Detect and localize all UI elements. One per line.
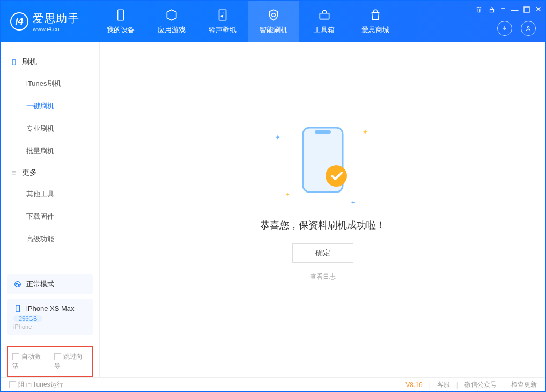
divider: | xyxy=(429,381,431,389)
device-box[interactable]: iPhone XS Max 256GB iPhone xyxy=(7,299,93,335)
checkbox-block-itunes[interactable]: 阻止iTunes运行 xyxy=(9,380,63,389)
svg-rect-6 xyxy=(12,60,16,65)
options-highlight-box: 自动激活 跳过向导 xyxy=(7,346,93,377)
device-icon xyxy=(10,58,18,66)
menu-icon[interactable]: ≡ xyxy=(501,5,505,14)
sidebar-item-batch-flash[interactable]: 批量刷机 xyxy=(1,140,99,162)
maximize-button[interactable] xyxy=(523,6,530,13)
tab-label: 智能刷机 xyxy=(260,25,287,35)
svg-point-9 xyxy=(18,284,20,286)
music-file-icon xyxy=(216,8,230,22)
phone-icon xyxy=(114,8,128,22)
lock-icon[interactable] xyxy=(488,6,496,13)
footer-link-wechat[interactable]: 微信公众号 xyxy=(464,380,497,389)
body-area: 刷机 iTunes刷机 一键刷机 专业刷机 批量刷机 更多 其他工具 下载固件 … xyxy=(1,42,545,377)
svg-rect-0 xyxy=(117,10,123,20)
header-right-icons xyxy=(497,21,536,36)
cube-icon xyxy=(165,8,179,22)
sidebar-item-download-firmware[interactable]: 下载固件 xyxy=(1,205,99,228)
version-label: V8.16 xyxy=(405,381,422,389)
close-button[interactable]: × xyxy=(535,4,541,15)
tab-smart-flash[interactable]: 智能刷机 xyxy=(248,1,299,42)
svg-point-7 xyxy=(15,282,21,287)
status-bar: 阻止iTunes运行 V8.16 | 客服 | 微信公众号 | 检查更新 xyxy=(1,377,545,392)
sparkle-icon: ✦ xyxy=(275,133,281,142)
checkbox-auto-activate[interactable]: 自动激活 xyxy=(12,352,46,371)
app-name-en: www.i4.cn xyxy=(33,26,80,32)
tab-label: 应用游戏 xyxy=(158,25,186,35)
svg-rect-3 xyxy=(490,9,494,12)
sidebar-section-flash: 刷机 xyxy=(1,52,99,72)
svg-rect-4 xyxy=(524,7,529,12)
title-bar: i4 爱思助手 www.i4.cn 我的设备 应用游戏 铃声壁纸 智能刷机 工具… xyxy=(1,1,545,42)
success-message: 恭喜您，保资料刷机成功啦！ xyxy=(260,219,386,232)
sparkle-icon: ✦ xyxy=(351,199,355,205)
phone-success-icon xyxy=(299,125,347,195)
sidebar-section-more: 更多 xyxy=(1,162,99,183)
tab-label: 我的设备 xyxy=(107,25,135,35)
app-logo-icon: i4 xyxy=(10,12,28,31)
download-button[interactable] xyxy=(497,21,512,36)
user-button[interactable] xyxy=(521,21,536,36)
shirt-icon[interactable] xyxy=(475,6,483,13)
sidebar-item-oneclick-flash[interactable]: 一键刷机 xyxy=(1,95,99,117)
mode-box[interactable]: 正常模式 xyxy=(7,274,93,294)
minimize-button[interactable]: — xyxy=(511,5,518,14)
sparkle-icon: ✦ xyxy=(362,128,368,136)
footer-link-support[interactable]: 客服 xyxy=(437,380,450,389)
footer-link-update[interactable]: 检查更新 xyxy=(511,380,537,389)
tab-label: 工具箱 xyxy=(314,25,335,35)
sparkle-icon: ✦ xyxy=(285,191,290,197)
mode-icon xyxy=(13,280,22,289)
app-name-cn: 爱思助手 xyxy=(33,11,80,26)
tab-label: 爱思商城 xyxy=(361,25,389,35)
section-title-label: 更多 xyxy=(22,168,37,177)
success-illustration: ✦ ✦ ✦ ✦ xyxy=(280,117,366,203)
checkbox-skip-guide[interactable]: 跳过向导 xyxy=(54,352,87,371)
sidebar-item-advanced[interactable]: 高级功能 xyxy=(1,228,99,250)
device-info-area: 正常模式 iPhone XS Max 256GB iPhone xyxy=(1,270,99,342)
svg-rect-12 xyxy=(315,130,331,134)
section-title-label: 刷机 xyxy=(22,57,37,67)
divider: | xyxy=(503,381,505,389)
ok-button[interactable]: 确定 xyxy=(292,243,353,263)
svg-point-8 xyxy=(16,283,18,284)
mode-label: 正常模式 xyxy=(26,279,54,289)
device-name: iPhone XS Max xyxy=(26,305,75,313)
view-log-link[interactable]: 查看日志 xyxy=(310,272,336,282)
tab-store[interactable]: 爱思商城 xyxy=(350,1,401,42)
svg-rect-10 xyxy=(16,305,20,312)
tab-ringtone-wallpaper[interactable]: 铃声壁纸 xyxy=(197,1,248,42)
nav-tabs: 我的设备 应用游戏 铃声壁纸 智能刷机 工具箱 爱思商城 xyxy=(95,1,401,42)
phone-small-icon xyxy=(13,304,22,313)
tab-toolbox[interactable]: 工具箱 xyxy=(299,1,350,42)
divider: | xyxy=(456,381,458,389)
tab-my-device[interactable]: 我的设备 xyxy=(95,1,146,42)
toolbox-icon xyxy=(318,8,331,22)
svg-point-5 xyxy=(527,27,529,29)
sidebar: 刷机 iTunes刷机 一键刷机 专业刷机 批量刷机 更多 其他工具 下载固件 … xyxy=(1,42,100,377)
tab-label: 铃声壁纸 xyxy=(209,25,237,35)
bag-icon xyxy=(368,8,382,22)
tab-apps-games[interactable]: 应用游戏 xyxy=(146,1,197,42)
refresh-shield-icon xyxy=(267,8,281,22)
app-title: 爱思助手 www.i4.cn xyxy=(33,11,80,32)
svg-point-13 xyxy=(326,165,347,187)
user-icon xyxy=(525,25,532,32)
sidebar-item-itunes-flash[interactable]: iTunes刷机 xyxy=(1,72,99,95)
logo-area: i4 爱思助手 www.i4.cn xyxy=(1,11,90,32)
sidebar-item-other-tools[interactable]: 其他工具 xyxy=(1,183,99,205)
main-content: ✦ ✦ ✦ ✦ 恭喜您，保资料刷机成功啦！ 确定 查看日志 xyxy=(100,42,545,377)
device-capacity: 256GB xyxy=(13,315,42,322)
svg-rect-2 xyxy=(320,13,329,19)
window-controls: ≡ — × xyxy=(475,4,541,15)
download-icon xyxy=(501,25,508,32)
device-type: iPhone xyxy=(13,323,86,330)
checkbox-label: 阻止iTunes运行 xyxy=(18,381,63,388)
list-icon xyxy=(10,169,18,176)
sidebar-item-pro-flash[interactable]: 专业刷机 xyxy=(1,117,99,140)
